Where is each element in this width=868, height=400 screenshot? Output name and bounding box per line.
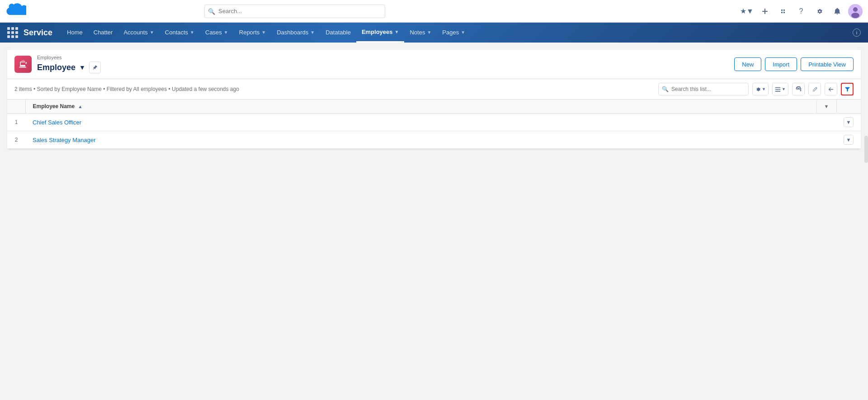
nav-item-contacts[interactable]: Contacts ▼ <box>160 23 200 43</box>
list-view-card: Employees Employee ▼ New Import Printabl… <box>7 50 861 149</box>
nav-item-chatter[interactable]: Chatter <box>88 23 118 43</box>
col-header-action <box>836 100 861 114</box>
notifications-button[interactable] <box>830 4 844 19</box>
favorites-button[interactable]: ★▼ <box>740 4 754 19</box>
scroll-handle[interactable] <box>864 136 868 163</box>
help-button[interactable]: ? <box>794 4 808 19</box>
filter-button[interactable] <box>841 83 854 95</box>
nav-item-datatable[interactable]: Datatable <box>320 23 356 43</box>
sort-icon: ▲ <box>78 104 83 109</box>
nav-info-button[interactable]: i <box>853 29 861 37</box>
page-title: Employee <box>37 63 75 72</box>
refresh-button[interactable] <box>792 83 805 95</box>
nav-item-employees[interactable]: Employees ▼ <box>356 23 405 43</box>
user-avatar[interactable] <box>848 4 863 19</box>
app-name[interactable]: Service <box>24 28 52 38</box>
table-row: 2 Sales Strategy Manager ▼ <box>7 131 861 149</box>
nav-item-pages-chevron: ▼ <box>461 30 465 35</box>
main-content: Employees Employee ▼ New Import Printabl… <box>0 43 868 400</box>
more-actions-button[interactable] <box>825 83 837 95</box>
nav-items: Home Chatter Accounts ▼ Contacts ▼ Cases… <box>61 23 853 43</box>
nav-item-dashboards[interactable]: Dashboards ▼ <box>271 23 320 43</box>
table-row: 1 Chief Sales Officer ▼ <box>7 114 861 131</box>
svg-point-3 <box>22 61 23 62</box>
expand-chevron-icon[interactable]: ▼ <box>824 104 829 109</box>
setup-button[interactable] <box>812 4 826 19</box>
global-search-icon: 🔍 <box>208 8 215 14</box>
grid-dot <box>15 27 18 30</box>
list-toolbar: 2 items • Sorted by Employee Name • Filt… <box>7 79 861 100</box>
employee-name-cell: Sales Strategy Manager <box>25 131 816 149</box>
top-nav: 🔍 ★▼ ? <box>0 0 868 23</box>
nav-item-pages-label: Pages <box>442 29 459 36</box>
col-header-name[interactable]: Employee Name ▲ <box>25 100 816 114</box>
settings-chevron-icon: ▼ <box>762 87 766 91</box>
nav-item-employees-label: Employees <box>362 29 393 35</box>
salesforce-logo[interactable] <box>5 3 22 19</box>
add-button[interactable] <box>758 4 772 19</box>
nav-item-dashboards-label: Dashboards <box>277 29 308 36</box>
row-action-dropdown[interactable]: ▼ <box>844 117 854 127</box>
settings-button[interactable]: ▼ <box>752 83 769 95</box>
svg-point-4 <box>23 60 24 61</box>
card-header-text: Employees Employee ▼ <box>37 55 101 73</box>
grid-dot <box>11 35 14 38</box>
nav-item-contacts-chevron: ▼ <box>190 30 194 35</box>
row-action-cell: ▼ <box>836 114 861 131</box>
employee-name-link[interactable]: Chief Sales Officer <box>33 119 81 126</box>
nav-item-notes-chevron: ▼ <box>427 30 431 35</box>
app-launcher-button[interactable] <box>7 27 18 38</box>
new-button[interactable]: New <box>734 57 761 71</box>
row-action-cell: ▼ <box>836 131 861 149</box>
col-header-expand: ▼ <box>816 100 836 114</box>
nav-item-accounts[interactable]: Accounts ▼ <box>118 23 159 43</box>
svg-point-2 <box>851 13 859 18</box>
row-num: 2 <box>7 131 25 149</box>
grid-dot <box>7 31 10 34</box>
nav-item-home[interactable]: Home <box>61 23 88 43</box>
col-header-num <box>7 100 25 114</box>
grid-dot <box>11 27 14 30</box>
title-dropdown-trigger[interactable]: ▼ <box>79 64 85 71</box>
nav-item-dashboards-chevron: ▼ <box>310 30 315 35</box>
global-search-input[interactable] <box>204 5 385 18</box>
employee-table: Employee Name ▲ ▼ 1 Chief Sales Officer <box>7 100 861 149</box>
switch-apps-button[interactable] <box>776 4 790 19</box>
nav-item-notes[interactable]: Notes ▼ <box>404 23 437 43</box>
row-expand-cell <box>816 131 836 149</box>
card-header-actions: New Import Printable View <box>734 57 854 71</box>
grid-dot <box>15 31 18 34</box>
grid-dot <box>7 35 10 38</box>
card-header: Employees Employee ▼ New Import Printabl… <box>7 50 861 79</box>
nav-item-reports[interactable]: Reports ▼ <box>234 23 271 43</box>
grid-dot <box>7 27 10 30</box>
list-search-container: 🔍 <box>658 83 749 95</box>
nav-item-accounts-chevron: ▼ <box>150 30 154 35</box>
object-icon <box>14 56 32 73</box>
grid-dot <box>11 31 14 34</box>
nav-item-pages[interactable]: Pages ▼ <box>437 23 471 43</box>
top-nav-right: ★▼ ? <box>740 4 863 19</box>
list-search-icon: 🔍 <box>662 86 669 92</box>
nav-item-datatable-label: Datatable <box>326 29 351 36</box>
columns-button[interactable]: ▼ <box>772 83 788 95</box>
table-header-row: Employee Name ▲ ▼ <box>7 100 861 114</box>
nav-item-chatter-label: Chatter <box>94 29 113 36</box>
nav-item-cases[interactable]: Cases ▼ <box>200 23 234 43</box>
import-button[interactable]: Import <box>765 57 797 71</box>
nav-item-reports-label: Reports <box>239 29 260 36</box>
pin-button[interactable] <box>89 62 101 73</box>
svg-point-1 <box>853 7 858 12</box>
list-status: 2 items • Sorted by Employee Name • Filt… <box>14 86 655 92</box>
row-action-dropdown[interactable]: ▼ <box>844 135 854 145</box>
nav-item-accounts-label: Accounts <box>123 29 147 36</box>
nav-item-cases-chevron: ▼ <box>224 30 228 35</box>
row-num: 1 <box>7 114 25 131</box>
printable-view-button[interactable]: Printable View <box>801 57 854 71</box>
edit-columns-button[interactable] <box>808 83 821 95</box>
employee-name-link[interactable]: Sales Strategy Manager <box>33 137 95 143</box>
list-search-input[interactable] <box>658 83 749 95</box>
svg-point-5 <box>24 61 25 62</box>
columns-chevron-icon: ▼ <box>782 87 786 91</box>
nav-item-notes-label: Notes <box>410 29 425 36</box>
